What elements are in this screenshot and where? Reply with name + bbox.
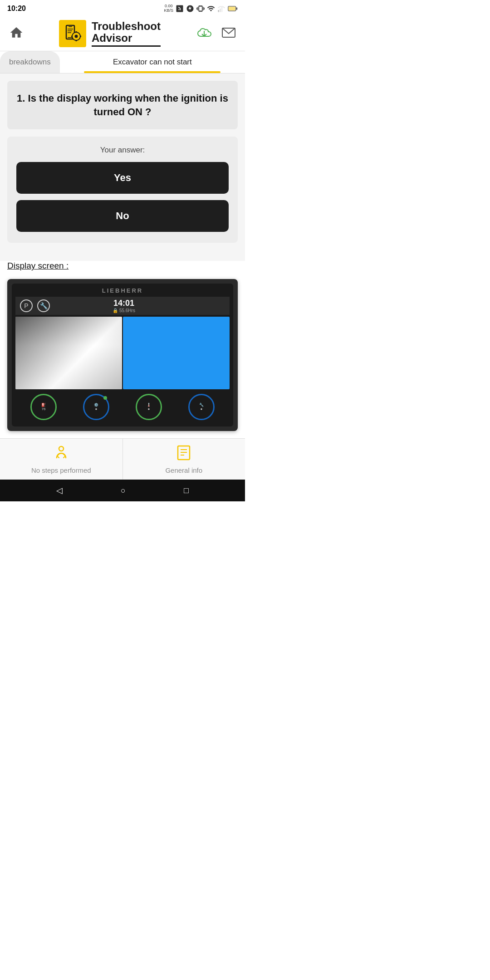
liebherr-display: LIEBHERR P 🔧 14:01 🔒 55.6Hrs (7, 279, 238, 431)
screen-main-area (15, 317, 230, 389)
svg-rect-13 (71, 36, 73, 37)
question-card: 1. Is the display working when the ignit… (7, 81, 238, 129)
gauge-4: 🔧● (188, 394, 215, 420)
steps-icon (54, 445, 69, 464)
block-icon (186, 5, 194, 13)
svg-rect-4 (236, 7, 238, 10)
cloud-sync-button[interactable] (196, 26, 212, 41)
liebherr-screen: LIEBHERR P 🔧 14:01 🔒 55.6Hrs (12, 284, 233, 426)
status-bar: 10:20 0.00 KB/S (0, 0, 245, 16)
tab-excavator-label: Excavator can not start (113, 58, 192, 71)
app-header: Troubleshoot Advisor (0, 16, 245, 51)
general-info-icon (177, 445, 191, 464)
logo-icon-box (59, 20, 86, 47)
svg-rect-12 (76, 40, 77, 41)
gauge-3: 🌡️● (136, 394, 162, 420)
screen-gauges: ⛽ 76 ⚙️● 🌡️● 🔧● (15, 391, 230, 423)
android-recent-button[interactable]: □ (184, 486, 189, 495)
screen-blue-panel (123, 317, 230, 389)
screen-icon-p: P (20, 299, 33, 312)
bottom-navigation: No steps performed General info (0, 438, 245, 480)
svg-rect-1 (220, 9, 220, 12)
tab-breakdowns[interactable]: breakdowns (0, 51, 60, 73)
tab-active-indicator (84, 71, 220, 73)
no-button[interactable]: No (16, 200, 229, 232)
main-content: 1. Is the display working when the ignit… (0, 74, 245, 261)
tab-excavator-active[interactable]: Excavator can not start (60, 51, 245, 73)
yes-button[interactable]: Yes (16, 162, 229, 194)
screen-clock: 14:01 (113, 299, 135, 308)
screen-time-block: 14:01 🔒 55.6Hrs (113, 299, 135, 313)
gauge-3-inner: 🌡️● (147, 403, 151, 411)
nfc-icon (176, 5, 184, 13)
screen-hours: 🔒 55.6Hrs (113, 308, 135, 313)
answer-label: Your answer: (16, 146, 229, 155)
svg-rect-2 (221, 7, 222, 12)
status-time: 10:20 (7, 5, 26, 13)
gauge-4-inner: 🔧● (199, 403, 204, 411)
svg-rect-0 (218, 10, 219, 12)
gauge-1: ⛽ 76 (30, 394, 57, 420)
status-icons: 0.00 KB/S (164, 4, 238, 13)
steps-nav-item[interactable]: No steps performed (0, 439, 123, 480)
svg-rect-11 (76, 31, 77, 33)
general-info-label: General info (165, 466, 202, 474)
wifi-icon (207, 5, 215, 13)
gauge-2-inner: ⚙️● (94, 403, 98, 411)
logo-title-line1: Troubleshoot (92, 20, 161, 32)
logo-text: Troubleshoot Advisor (92, 20, 161, 47)
display-screen-label: Display screen : (7, 261, 238, 271)
general-info-nav-item[interactable]: General info (123, 439, 245, 480)
svg-point-10 (75, 35, 78, 38)
steps-label: No steps performed (31, 466, 91, 474)
svg-rect-7 (69, 26, 72, 27)
display-screen-section: Display screen : LIEBHERR P 🔧 14:01 🔒 55… (0, 261, 245, 431)
android-home-button[interactable]: ○ (121, 486, 126, 495)
answer-card: Your answer: Yes No (7, 137, 238, 243)
svg-rect-5 (229, 7, 235, 10)
header-actions (196, 26, 236, 41)
mail-button[interactable] (221, 26, 236, 41)
gauge-2: ⚙️● (83, 394, 109, 420)
screen-top-bar: P 🔧 14:01 🔒 55.6Hrs (15, 297, 230, 315)
tab-section: breakdowns Excavator can not start (0, 51, 245, 74)
app-logo: Troubleshoot Advisor (59, 20, 161, 47)
svg-point-20 (59, 446, 64, 451)
android-back-button[interactable]: ◁ (56, 485, 63, 495)
screen-camera-feed (15, 317, 122, 389)
svg-rect-14 (80, 36, 81, 37)
signal-icon (217, 5, 225, 13)
logo-underline (92, 45, 161, 47)
battery-icon (228, 5, 238, 12)
android-nav-bar: ◁ ○ □ (0, 480, 245, 501)
question-text: 1. Is the display working when the ignit… (16, 92, 229, 118)
home-button[interactable] (9, 25, 24, 42)
liebherr-brand: LIEBHERR (15, 287, 230, 294)
network-speed: 0.00 KB/S (164, 4, 173, 13)
screen-camera-inner (15, 317, 122, 389)
screen-icons-left: P 🔧 (20, 299, 50, 312)
vibrate-icon (196, 5, 205, 13)
screen-icon-wrench: 🔧 (37, 299, 50, 312)
logo-title-line2: Advisor (92, 32, 161, 44)
gauge-1-inner: ⛽ 76 (41, 403, 46, 411)
